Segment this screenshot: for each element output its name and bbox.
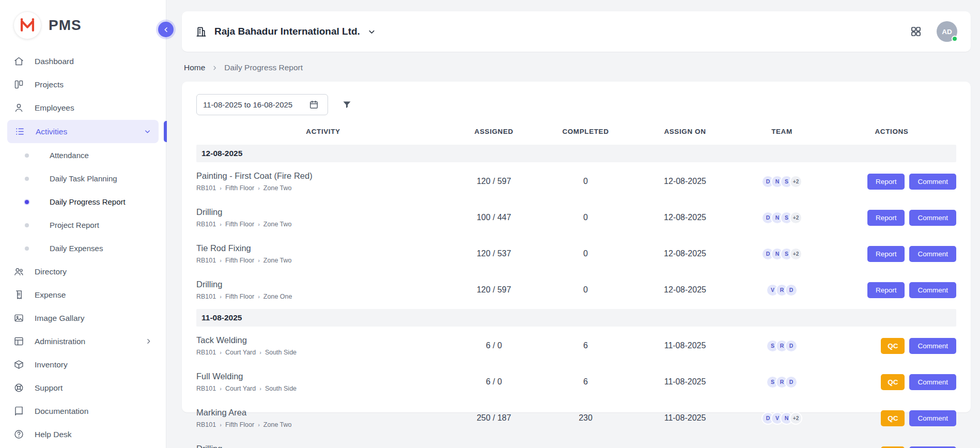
apps-grid-icon[interactable] xyxy=(910,25,922,38)
activity-path: RB101› Fifth Floor› Zone Two xyxy=(196,421,445,428)
path-floor: Fifth Floor xyxy=(225,184,254,192)
comment-button[interactable]: Comment xyxy=(909,338,956,354)
path-project: RB101 xyxy=(196,221,216,228)
sidebar-item-expense[interactable]: Expense xyxy=(0,283,166,306)
sidebar-item-dashboard[interactable]: Dashboard xyxy=(0,50,166,73)
activity-title: Tie Rod Fixing xyxy=(196,243,445,253)
sidebar-item-support[interactable]: Support xyxy=(0,376,166,399)
sidebar-item-projects[interactable]: Projects xyxy=(0,73,166,96)
path-zone: South Side xyxy=(265,349,297,356)
chevron-right-icon: › xyxy=(258,257,260,264)
chevron-right-icon: › xyxy=(258,422,260,428)
activity-path: RB101› Fifth Floor› Zone Two xyxy=(196,257,445,264)
sidebar-subitem-label: Attendance xyxy=(50,151,89,160)
qc-button[interactable]: QC xyxy=(881,374,905,390)
chevron-right-icon: › xyxy=(220,257,222,264)
chevron-right-icon: › xyxy=(220,385,222,392)
chevron-right-icon xyxy=(145,337,152,345)
image-icon xyxy=(13,313,24,323)
report-button[interactable]: Report xyxy=(867,210,905,226)
qc-button[interactable]: QC xyxy=(881,446,905,448)
path-project: RB101 xyxy=(196,349,216,356)
sidebar-subitem-attendance[interactable]: Attendance xyxy=(0,144,166,167)
qc-button[interactable]: QC xyxy=(881,410,905,426)
activity-title: Tack Welding xyxy=(196,335,445,345)
sidebar-collapse-button[interactable] xyxy=(158,22,174,37)
sidebar-item-image-gallery[interactable]: Image Gallary xyxy=(0,306,166,330)
column-header-completed: Completed xyxy=(538,128,633,135)
team-member-avatar: D xyxy=(785,376,798,389)
sidebar-subitem-project-report[interactable]: Project Report xyxy=(0,213,166,237)
lifebuoy-icon xyxy=(13,382,24,393)
chevron-right-icon: › xyxy=(220,185,222,191)
filter-funnel-icon[interactable] xyxy=(341,99,352,110)
comment-button[interactable]: Comment xyxy=(909,210,956,226)
date-range-picker[interactable] xyxy=(196,94,328,115)
completed-value: 0 xyxy=(538,213,633,222)
report-button[interactable]: Report xyxy=(867,246,905,262)
completed-value: 230 xyxy=(538,413,633,423)
logo-m-icon xyxy=(13,11,41,39)
assign-on-value: 12-08-2025 xyxy=(633,285,737,295)
comment-button[interactable]: Comment xyxy=(909,410,956,426)
user-avatar[interactable]: AD xyxy=(937,21,957,42)
path-zone: Zone One xyxy=(263,293,292,300)
breadcrumb-home-link[interactable]: Home xyxy=(184,63,205,72)
column-header-team: Team xyxy=(737,128,827,135)
activity-title: Full Welding xyxy=(196,372,445,381)
chevron-right-icon: › xyxy=(258,221,260,227)
app-logo: PMS xyxy=(0,0,166,49)
team-avatars: D N S +2 xyxy=(737,211,827,224)
completed-value: 6 xyxy=(538,341,633,350)
sidebar-item-employees[interactable]: Employees xyxy=(0,96,166,119)
comment-button[interactable]: Comment xyxy=(909,374,956,390)
sidebar-item-directory[interactable]: Directory xyxy=(0,260,166,283)
path-zone: Zone Two xyxy=(263,257,292,264)
company-name: Raja Bahadur International Ltd. xyxy=(214,26,360,37)
path-zone: Zone Two xyxy=(263,184,292,192)
bullet-dot-icon xyxy=(25,223,29,227)
comment-button[interactable]: Comment xyxy=(909,246,956,262)
active-indicator xyxy=(164,121,167,142)
team-avatars: D N S +2 xyxy=(737,175,827,188)
sidebar-subitem-label: Daily Expenses xyxy=(50,244,103,253)
filter-row xyxy=(196,94,956,115)
comment-button[interactable]: Comment xyxy=(909,446,956,448)
completed-value: 0 xyxy=(538,249,633,258)
team-extra-count: +2 xyxy=(789,412,802,425)
comment-button[interactable]: Comment xyxy=(909,174,956,190)
date-range-input[interactable] xyxy=(203,100,304,109)
company-selector[interactable]: Raja Bahadur International Ltd. xyxy=(195,26,376,38)
sidebar-item-documentation[interactable]: Documentation xyxy=(0,399,166,423)
sidebar-item-activities[interactable]: Activities xyxy=(7,120,159,143)
sidebar-item-label: Documentation xyxy=(35,407,88,416)
activity-path: RB101› Fifth Floor› Zone Two xyxy=(196,184,445,192)
assign-on-value: 11-08-2025 xyxy=(633,377,737,387)
chevron-right-icon: › xyxy=(258,293,260,300)
path-project: RB101 xyxy=(196,385,216,392)
assign-on-value: 12-08-2025 xyxy=(633,249,737,258)
report-button[interactable]: Report xyxy=(867,174,905,190)
qc-button[interactable]: QC xyxy=(881,338,905,354)
report-button[interactable]: Report xyxy=(867,282,905,298)
column-header-assign-on: Assign On xyxy=(633,128,737,135)
sidebar-item-label: Employees xyxy=(35,103,74,113)
sidebar-item-label: Image Gallary xyxy=(35,314,84,323)
progress-table: Activity Assigned Completed Assign On Te… xyxy=(196,125,956,448)
sidebar-subitem-daily-expenses[interactable]: Daily Expenses xyxy=(0,237,166,260)
team-member-avatar: D xyxy=(785,339,798,352)
header-actions: AD xyxy=(910,21,957,42)
sidebar-item-inventory[interactable]: Inventory xyxy=(0,353,166,376)
comment-button[interactable]: Comment xyxy=(909,282,956,298)
assigned-value: 6 / 0 xyxy=(450,341,538,350)
path-floor: Fifth Floor xyxy=(225,421,254,428)
sidebar-subitem-daily-task-planning[interactable]: Daily Task Planning xyxy=(0,167,166,190)
bullet-dot-icon xyxy=(25,246,29,251)
team-avatars: D V N +2 xyxy=(737,412,827,425)
chevron-right-icon xyxy=(211,65,218,71)
sidebar-item-administration[interactable]: Administration xyxy=(0,330,166,353)
sidebar-subitem-daily-progress-report[interactable]: Daily Progress Report xyxy=(0,190,166,213)
activity-title: Marking Area xyxy=(196,408,445,418)
sidebar-item-help-desk[interactable]: Help Desk xyxy=(0,423,166,446)
team-avatars: S R D xyxy=(737,339,827,352)
